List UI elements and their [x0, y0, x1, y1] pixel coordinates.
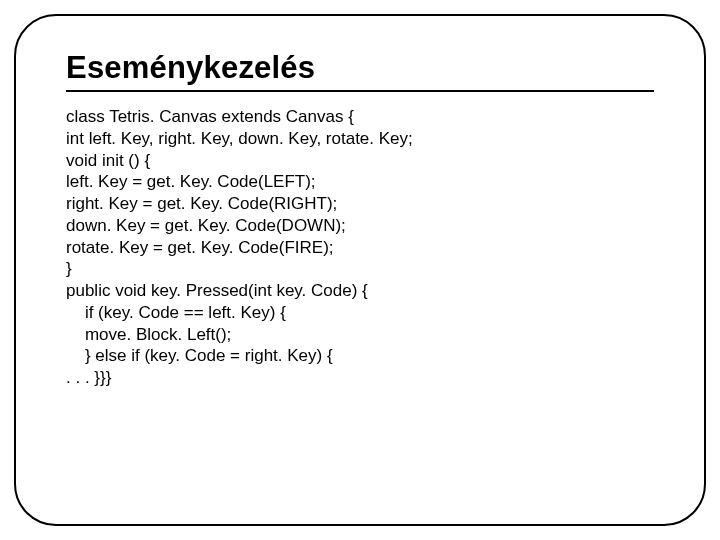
slide-frame: Eseménykezelés class Tetris. Canvas exte…	[14, 14, 706, 526]
title-underline	[66, 90, 654, 92]
slide-title: Eseménykezelés	[66, 50, 654, 86]
code-block: class Tetris. Canvas extends Canvas { in…	[66, 106, 654, 389]
